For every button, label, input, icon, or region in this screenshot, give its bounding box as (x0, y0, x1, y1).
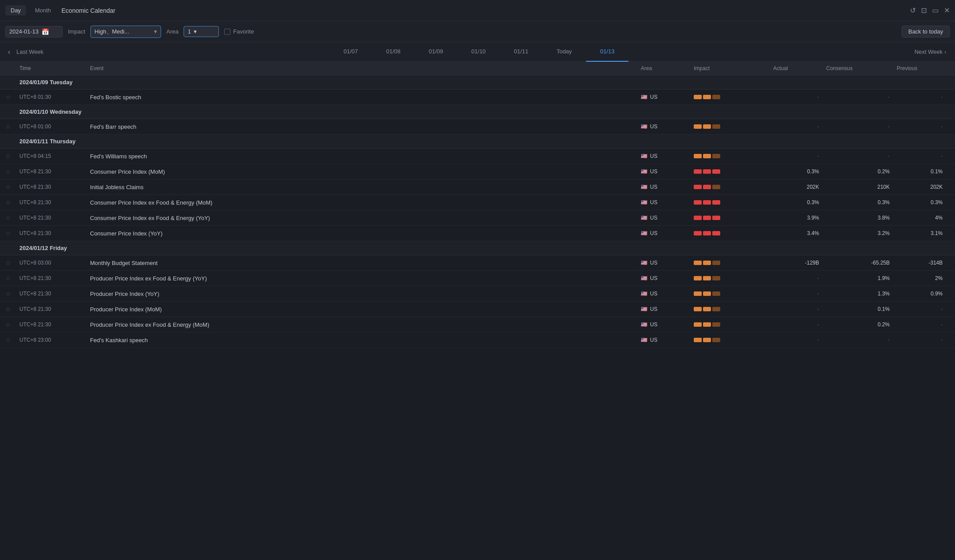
star-icon[interactable]: ☆ (5, 259, 19, 266)
star-icon[interactable]: ☆ (5, 93, 19, 101)
star-icon[interactable]: ☆ (5, 123, 19, 130)
calendar-icon[interactable]: 📅 (41, 28, 49, 35)
table-row: ☆UTC+8 21:30Producer Price Index ex Food… (0, 317, 955, 332)
star-icon[interactable]: ☆ (5, 290, 19, 297)
table-row: ☆UTC+8 21:30Consumer Price Index ex Food… (0, 195, 955, 210)
impact-bars (694, 291, 773, 296)
date-tab-01-13[interactable]: 01/13 (586, 42, 629, 62)
actual-cell: - (773, 321, 826, 328)
header-previous: Previous (897, 65, 950, 71)
star-icon[interactable]: ☆ (5, 306, 19, 313)
impact-bars (694, 338, 773, 342)
area-cell: 🇺🇸US (641, 199, 694, 205)
impact-cell (694, 322, 773, 327)
table-row: ☆UTC+8 03:00Monthly Budget Statement🇺🇸US… (0, 255, 955, 271)
event-cell: Initial Jobless Claims (90, 184, 641, 190)
chevron-down-icon: ▾ (154, 28, 157, 35)
flag-icon: 🇺🇸 (641, 337, 647, 343)
date-input[interactable]: 2024-01-13 📅 (5, 26, 63, 37)
consensus-cell: 3.2% (826, 230, 897, 236)
star-icon[interactable]: ☆ (5, 336, 19, 343)
area-cell: 🇺🇸US (641, 168, 694, 175)
tab-day[interactable]: Day (5, 5, 26, 15)
date-tab-Today[interactable]: Today (542, 42, 586, 62)
date-section-header: 2024/01/12 Friday (0, 241, 955, 255)
chevron-down-icon-area: ▾ (194, 28, 197, 35)
consensus-cell: -65.25B (826, 260, 897, 266)
area-cell: 🇺🇸US (641, 94, 694, 100)
star-icon[interactable]: ☆ (5, 230, 19, 237)
event-cell: Consumer Price Index ex Food & Energy (M… (90, 199, 641, 206)
star-icon[interactable]: ☆ (5, 321, 19, 328)
area-name: US (650, 199, 658, 205)
consensus-cell: - (826, 337, 897, 343)
date-tab-01-11[interactable]: 01/11 (500, 42, 543, 62)
header-consensus: Consensus (826, 65, 897, 71)
favorite-checkbox[interactable] (224, 29, 230, 35)
consensus-cell: 0.1% (826, 306, 897, 312)
impact-select[interactable]: High、Medi... ▾ (90, 26, 161, 38)
flag-icon: 🇺🇸 (641, 306, 647, 312)
area-name: US (650, 168, 658, 175)
impact-bars (694, 261, 773, 265)
event-cell: Consumer Price Index (MoM) (90, 168, 641, 175)
star-icon[interactable]: ☆ (5, 168, 19, 175)
time-cell: UTC+8 04:15 (19, 153, 90, 159)
favorite-checkbox-wrap[interactable]: Favorite (224, 28, 254, 35)
star-icon[interactable]: ☆ (5, 183, 19, 190)
event-cell: Fed's Bostic speech (90, 94, 641, 101)
impact-cell (694, 154, 773, 158)
area-name: US (650, 215, 658, 221)
event-cell: Producer Price Index (MoM) (90, 306, 641, 313)
star-icon[interactable]: ☆ (5, 153, 19, 160)
area-cell: 🇺🇸US (641, 275, 694, 281)
refresh-icon[interactable]: ↺ (910, 6, 916, 15)
consensus-cell: 1.3% (826, 291, 897, 297)
flag-icon: 🇺🇸 (641, 260, 647, 266)
impact-bars (694, 200, 773, 205)
area-name: US (650, 291, 658, 297)
time-cell: UTC+8 21:30 (19, 291, 90, 297)
impact-bars (694, 216, 773, 220)
actual-cell: - (773, 153, 826, 159)
next-week-button[interactable]: Next Week › (911, 49, 950, 55)
prev-arrow[interactable]: ‹ (5, 48, 13, 56)
consensus-cell: 1.9% (826, 275, 897, 281)
consensus-cell: - (826, 94, 897, 100)
event-cell: Consumer Price Index ex Food & Energy (Y… (90, 215, 641, 221)
back-to-today-button[interactable]: Back to today (902, 26, 950, 37)
tab-month[interactable]: Month (30, 5, 56, 15)
window-icon1[interactable]: ⊡ (921, 6, 927, 15)
previous-cell: 0.1% (897, 168, 950, 175)
table-row: ☆UTC+8 01:30Fed's Bostic speech🇺🇸US--- (0, 90, 955, 105)
impact-cell (694, 185, 773, 189)
last-week-button[interactable]: Last Week (13, 49, 47, 55)
impact-cell (694, 307, 773, 311)
table-row: ☆UTC+8 23:00Fed's Kashkari speech🇺🇸US--- (0, 332, 955, 348)
window-icon2[interactable]: ▭ (932, 6, 939, 15)
date-tab-01-09[interactable]: 01/09 (415, 42, 458, 62)
table-row: ☆UTC+8 21:30Consumer Price Index (MoM)🇺🇸… (0, 164, 955, 179)
previous-cell: 0.3% (897, 199, 950, 205)
impact-cell (694, 124, 773, 129)
star-icon[interactable]: ☆ (5, 214, 19, 221)
table-row: ☆UTC+8 21:30Producer Price Index (MoM)🇺🇸… (0, 302, 955, 317)
flag-icon: 🇺🇸 (641, 94, 647, 100)
actual-cell: 0.3% (773, 168, 826, 175)
star-icon[interactable]: ☆ (5, 199, 19, 206)
impact-cell (694, 276, 773, 280)
area-select[interactable]: 1 ▾ (184, 26, 219, 37)
area-name: US (650, 306, 658, 312)
star-icon[interactable]: ☆ (5, 275, 19, 282)
header-time: Time (19, 65, 90, 71)
actual-cell: - (773, 337, 826, 343)
event-cell: Producer Price Index ex Food & Energy (Y… (90, 275, 641, 282)
impact-cell (694, 291, 773, 296)
date-tab-01-07[interactable]: 01/07 (329, 42, 372, 62)
impact-label: Impact (68, 28, 85, 35)
close-icon[interactable]: ✕ (944, 6, 950, 15)
table-row: ☆UTC+8 21:30Consumer Price Index ex Food… (0, 210, 955, 226)
date-tab-01-10[interactable]: 01/10 (457, 42, 500, 62)
area-cell: 🇺🇸US (641, 306, 694, 312)
date-tab-01-08[interactable]: 01/08 (372, 42, 415, 62)
